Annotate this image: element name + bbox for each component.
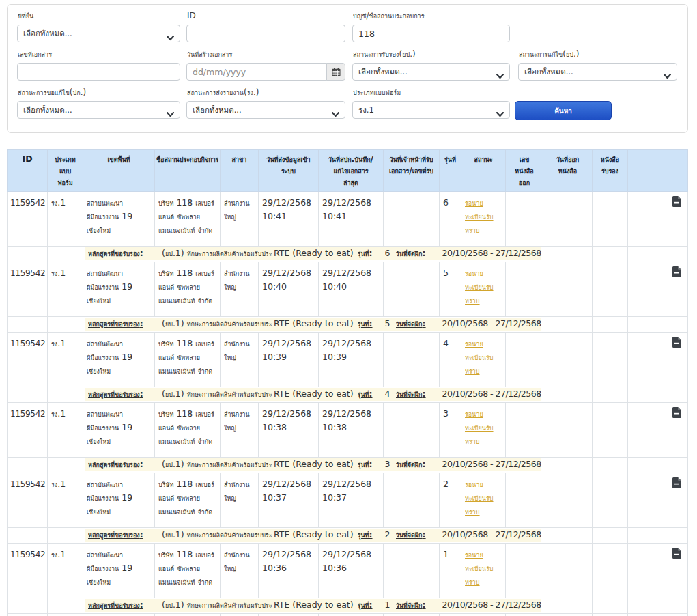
cell-submitted-date (259, 614, 319, 616)
status-link[interactable]: รอนายทะเบียนรับทราบ (465, 337, 502, 378)
cert-status-select[interactable]: เลือกทั้งหมด... (352, 63, 510, 81)
calendar-button[interactable] (326, 63, 345, 81)
course-sub-row: หลักสูตรที่ขอรับรอง:(ยป.1) ทักษะการผลิตส… (8, 458, 688, 473)
status-link[interactable]: รอนายทะเบียนรับทราบ (465, 548, 502, 589)
course-cell: หลักสูตรที่ขอรับรอง:(ยป.1) ทักษะการผลิตส… (83, 247, 543, 262)
cell-status (461, 614, 506, 616)
cell-submitted-date: 29/12/256810:37 (259, 473, 319, 528)
cell-certificate (593, 473, 628, 528)
cell-doc-no (506, 403, 543, 458)
cell-branch: สำนักงานใหญ่ (221, 473, 259, 528)
cell-submitted-date: 29/12/256810:36 (259, 544, 319, 598)
cell-received-date (384, 333, 440, 387)
cell-id: 1159542 (8, 333, 48, 387)
filter-label-year: ปีที่ยื่น (18, 11, 180, 20)
search-button[interactable]: ค้นหา (515, 101, 612, 120)
course-cell: หลักสูตรที่ขอรับรอง:(ยป.1) ทักษะการผลิตส… (83, 528, 543, 544)
status-link[interactable]: รอนายทะเบียนรับทราบ (465, 407, 502, 448)
cell-area (83, 614, 155, 616)
cell-modified-date: 29/12/256810:36 (319, 544, 384, 598)
course-info: หลักสูตรที่ขอรับรอง:(ยป.1) ทักษะการผลิตส… (85, 458, 541, 471)
cell-batch: 4 (440, 333, 461, 387)
account-input[interactable] (352, 25, 510, 42)
col-header-branch: สาขา (221, 150, 259, 192)
course-info: หลักสูตรที่ขอรับรอง:(ยป.1) ทักษะการผลิตส… (85, 529, 541, 542)
cell-id: 1159542 (8, 544, 48, 598)
document-icon[interactable] (672, 548, 681, 559)
status-link[interactable]: รอนายทะเบียนรับทราบ (465, 477, 502, 518)
status-link[interactable]: รอนายทะเบียนรับทราบ (465, 266, 502, 307)
cell-form-type: รง.1 (48, 403, 83, 458)
course-sub-row: หลักสูตรที่ขอรับรอง:(ยป.1) ทักษะการผลิตส… (8, 528, 688, 544)
cell-form-type: รง.1 (48, 192, 83, 247)
document-icon[interactable] (672, 477, 681, 488)
amend-status-select[interactable]: เลือกทั้งหมด... (17, 101, 180, 119)
document-icon[interactable] (672, 407, 681, 418)
cell-issue-date (543, 262, 593, 317)
filter-label-docno: เลขที่เอกสาร (18, 49, 180, 59)
cell-company (155, 614, 221, 616)
cell-id: 1159542 (8, 192, 48, 247)
edit-status-select[interactable]: เลือกทั้งหมด... (518, 63, 677, 81)
cell-company: บริษัท 118 เลเบอร์แอนด์ ซัพพลายแมนเนจเม้… (155, 192, 221, 247)
cell-doc-no (506, 544, 543, 598)
cell-certificate (593, 192, 628, 247)
document-icon[interactable] (672, 337, 681, 348)
doc-no-input[interactable] (17, 63, 180, 81)
cell-issue-date (543, 403, 593, 458)
cell-status: รอนายทะเบียนรับทราบ (461, 473, 506, 528)
cell-actions (628, 262, 688, 317)
year-select[interactable]: เลือกทั้งหมด... (17, 25, 180, 42)
col-header-issue-date: วันที่ออกหนังสือ (543, 150, 593, 192)
cell-received-date (384, 614, 440, 616)
cell-branch: สำนักงานใหญ่ (221, 544, 259, 598)
cell-actions (628, 544, 688, 598)
cell-company: บริษัท 118 เลเบอร์แอนด์ ซัพพลายแมนเนจเม้… (155, 333, 221, 387)
filter-label-amend-status: สถานะการขอแก้ไข(ปก.) (18, 87, 180, 97)
doc-date-input[interactable] (186, 63, 327, 81)
course-info: หลักสูตรที่ขอรับรอง:(ยป.1) ทักษะการผลิตส… (85, 388, 541, 401)
col-header-actions (628, 150, 688, 192)
cell-submitted-date: 29/12/256810:41 (259, 192, 319, 247)
cell-issue-date (543, 473, 593, 528)
cell-status: รอนายทะเบียนรับทราบ (461, 544, 506, 598)
cell-doc-no (506, 192, 543, 247)
cell-submitted-date: 29/12/256810:38 (259, 403, 319, 458)
cell-status: รอนายทะเบียนรับทราบ (461, 403, 506, 458)
course-sub-row: หลักสูตรที่ขอรับรอง:(ยป.1) ทักษะการผลิตส… (8, 598, 688, 614)
col-header-company: ชื่อสถานประกอบกิจการ (155, 150, 221, 192)
document-icon[interactable] (672, 196, 681, 207)
table-row: 1159542 รง.1 สถาบันพัฒนาฝีมือแรงงาน 19เช… (8, 262, 688, 317)
cell-branch: สำนักงานใหญ่ (221, 403, 259, 458)
cell-area: สถาบันพัฒนาฝีมือแรงงาน 19เชียงใหม่ (83, 403, 155, 458)
course-cell: หลักสูตรที่ขอรับรอง:(ยป.1) ทักษะการผลิตส… (83, 598, 543, 614)
cell-received-date (384, 192, 440, 247)
col-header-modified-date: วันที่สปก.บันทึก/แก้ไขเอกสารล่าสุด (319, 150, 384, 192)
cell-branch: สำนักงานใหญ่ (221, 262, 259, 317)
table-row: 1159542 รง.1 สถาบันพัฒนาฝีมือแรงงาน 19เช… (8, 403, 688, 458)
id-input[interactable] (186, 25, 345, 42)
form-type-select[interactable]: รง.1 (352, 101, 510, 119)
table-row: 1159542 รง.1 สถาบันพัฒนาฝีมือแรงงาน 19เช… (8, 544, 688, 598)
table-row (8, 614, 688, 616)
cell-modified-date: 29/12/256810:37 (319, 473, 384, 528)
status-link[interactable]: รอนายทะเบียนรับทราบ (465, 196, 502, 237)
document-icon[interactable] (672, 266, 681, 277)
cell-certificate (593, 262, 628, 317)
cell-form-type: รง.1 (48, 333, 83, 387)
cell-issue-date (543, 614, 593, 616)
cell-actions (628, 403, 688, 458)
cell-submitted-date: 29/12/256810:39 (259, 333, 319, 387)
report-status-select[interactable]: เลือกทั้งหมด... (186, 101, 345, 119)
course-sub-row: หลักสูตรที่ขอรับรอง:(ยป.1) ทักษะการผลิตส… (8, 247, 688, 262)
cell-received-date (384, 403, 440, 458)
cell-received-date (384, 544, 440, 598)
cell-area: สถาบันพัฒนาฝีมือแรงงาน 19เชียงใหม่ (83, 262, 155, 317)
cell-doc-no (506, 473, 543, 528)
cell-actions (628, 614, 688, 616)
cell-issue-date (543, 333, 593, 387)
cell-received-date (384, 262, 440, 317)
cell-branch (221, 614, 259, 616)
cell-form-type (48, 614, 83, 616)
cell-batch: 3 (440, 403, 461, 458)
